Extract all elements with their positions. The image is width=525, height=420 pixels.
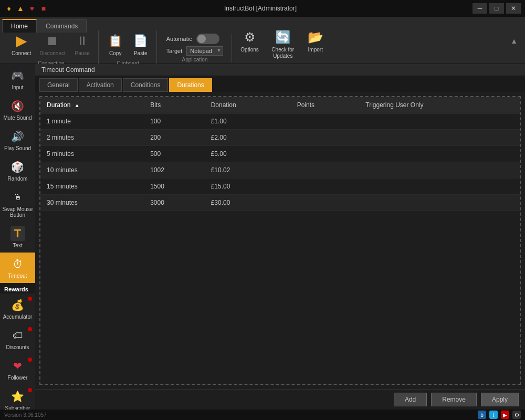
sidebar-item-mute-sound[interactable]: 🔇 Mute Sound: [0, 94, 35, 125]
table-row[interactable]: 1 minute 100 £1.00: [40, 113, 520, 130]
app-icon-2: ▲: [16, 4, 25, 13]
col-triggering-user[interactable]: Triggering User Only: [359, 97, 520, 113]
connect-button[interactable]: ▶ Connect: [8, 30, 34, 58]
cell-donation: £5.00: [205, 146, 291, 162]
check-updates-label: Check for Updates: [267, 47, 299, 59]
sidebar-item-follower[interactable]: ❤ Follower: [0, 354, 35, 385]
toolbar: ▶ Connect ⏹ Disconnect ⏸ Pause Connectio…: [0, 33, 525, 64]
minimize-button[interactable]: ─: [472, 3, 487, 14]
toolbar-group-tools: ⚙ Options 🔄 Check for Updates 📂 Import T…: [233, 27, 331, 69]
paste-label: Paste: [134, 50, 148, 56]
subscriber-icon: ⭐: [10, 389, 25, 404]
sidebar-item-text[interactable]: T Text: [0, 222, 35, 253]
copy-button[interactable]: 📋 Copy: [104, 30, 127, 58]
cell-points: [291, 195, 360, 211]
cell-donation: £2.00: [205, 130, 291, 146]
cell-points: [291, 130, 360, 146]
cell-points: [291, 113, 360, 130]
random-icon: 🎲: [10, 160, 25, 174]
tab-durations[interactable]: Durations: [169, 78, 212, 92]
col-donation[interactable]: Donation: [205, 97, 291, 113]
automatic-toggle[interactable]: [196, 34, 219, 44]
text-icon: T: [10, 226, 25, 241]
tab-conditions[interactable]: Conditions: [123, 78, 169, 92]
durations-table-wrapper: Duration ▲ Bits Donation Points Triggeri…: [39, 96, 521, 385]
paste-icon: 📄: [132, 33, 149, 49]
toolbar-group-clipboard: 📋 Copy 📄 Paste Clipboard: [100, 30, 157, 66]
app-icon-1: ♦: [4, 4, 14, 13]
target-label: Target: [166, 48, 183, 54]
app-icon-3: ♥: [27, 4, 37, 13]
sidebar-item-discounts[interactable]: 🏷 Discounts: [0, 324, 35, 354]
collapse-button[interactable]: ▲: [507, 35, 521, 47]
paste-button[interactable]: 📄 Paste: [129, 30, 152, 58]
sidebar-item-input[interactable]: 🎮 Input: [0, 64, 35, 94]
rewards-section-label: Rewards: [0, 283, 35, 293]
close-button[interactable]: ✕: [506, 3, 521, 14]
disconnect-icon: ⏹: [44, 33, 61, 49]
cell-triggering-user: [359, 195, 520, 211]
col-duration[interactable]: Duration ▲: [40, 97, 144, 113]
add-button[interactable]: Add: [394, 393, 427, 406]
discounts-icon: 🏷: [10, 328, 25, 343]
cell-donation: £10.02: [205, 162, 291, 178]
options-button[interactable]: ⚙ Options: [237, 27, 261, 61]
connect-label: Connect: [12, 50, 31, 56]
toggle-knob: [197, 35, 206, 43]
apply-button[interactable]: Apply: [481, 393, 519, 406]
table-row[interactable]: 30 minutes 3000 £30.00: [40, 195, 520, 211]
tab-general[interactable]: General: [39, 78, 78, 92]
table-row[interactable]: 15 minutes 1500 £15.00: [40, 178, 520, 195]
toolbar-group-application: Automatic Target Notepad Chrome Firefox …: [158, 34, 233, 62]
pause-button[interactable]: ⏸ Pause: [71, 30, 94, 58]
bottom-bar: Add Remove Apply: [35, 389, 525, 410]
status-icon-twitter[interactable]: t: [489, 411, 498, 419]
discounts-badge: [28, 327, 32, 331]
command-title: Timeout Command: [35, 64, 525, 76]
cell-duration: 2 minutes: [40, 130, 144, 146]
sidebar-item-random[interactable]: 🎲 Random: [0, 155, 35, 186]
cell-triggering-user: [359, 130, 520, 146]
swap-mouse-label: Swap Mouse Button: [2, 206, 33, 218]
cell-donation: £1.00: [205, 113, 291, 130]
random-label: Random: [8, 176, 28, 182]
table-row[interactable]: 5 minutes 500 £5.00: [40, 146, 520, 162]
text-label: Text: [13, 243, 22, 248]
sidebar-item-subscriber[interactable]: ⭐ Subscriber: [0, 385, 35, 410]
sidebar-item-accumulator[interactable]: 💰 Accumulator: [0, 293, 35, 324]
cell-triggering-user: [359, 113, 520, 130]
status-icons: b t ▶ ⚙: [478, 411, 521, 419]
disconnect-button[interactable]: ⏹ Disconnect: [36, 30, 68, 58]
sidebar: 🎮 Input 🔇 Mute Sound 🔊 Play Sound 🎲 Rand…: [0, 64, 35, 410]
sidebar-item-play-sound[interactable]: 🔊 Play Sound: [0, 125, 35, 155]
sidebar-item-swap-mouse[interactable]: 🖱 Swap Mouse Button: [0, 186, 35, 222]
target-select[interactable]: Notepad Chrome Firefox: [186, 46, 223, 56]
status-icon-settings[interactable]: ⚙: [512, 411, 521, 419]
mute-sound-label: Mute Sound: [4, 115, 32, 121]
col-bits[interactable]: Bits: [144, 97, 204, 113]
table-row[interactable]: 10 minutes 1002 £10.02: [40, 162, 520, 178]
tab-activation[interactable]: Activation: [79, 78, 122, 92]
maximize-button[interactable]: □: [489, 3, 504, 14]
pause-label: Pause: [75, 50, 90, 56]
options-label: Options: [240, 47, 258, 52]
cell-donation: £30.00: [205, 195, 291, 211]
table-row[interactable]: 2 minutes 200 £2.00: [40, 130, 520, 146]
remove-button[interactable]: Remove: [431, 393, 477, 406]
application-group-label: Application: [182, 57, 208, 62]
sort-arrow-icon: ▲: [75, 102, 80, 108]
app-icon-4: ■: [39, 4, 48, 13]
window-title: InstructBot [Administrator]: [224, 5, 297, 12]
follower-icon: ❤: [10, 359, 25, 373]
import-label: Import: [308, 47, 323, 52]
check-updates-button[interactable]: 🔄 Check for Updates: [264, 27, 302, 61]
status-icon-discord[interactable]: b: [478, 411, 486, 419]
cell-bits: 1002: [144, 162, 204, 178]
import-button[interactable]: 📂 Import: [304, 27, 327, 61]
status-icon-youtube[interactable]: ▶: [501, 411, 509, 419]
sidebar-item-timeout[interactable]: ⏱ Timeout: [0, 253, 35, 283]
col-points[interactable]: Points: [291, 97, 360, 113]
follower-label: Follower: [8, 375, 28, 381]
timeout-icon: ⏱: [10, 257, 25, 271]
window-controls: ─ □ ✕: [472, 3, 521, 14]
